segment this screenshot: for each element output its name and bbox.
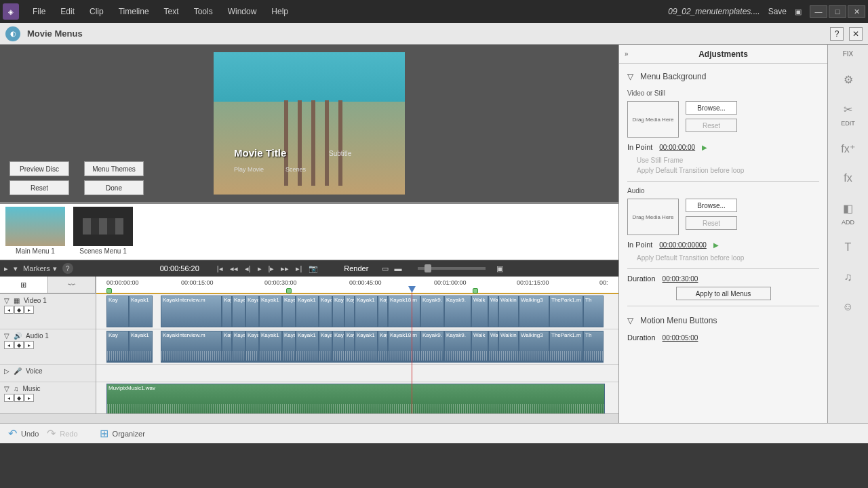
undo-button[interactable]: ↶Undo [8,427,39,440]
clip[interactable]: Kayak [245,331,259,363]
snapshot-icon[interactable]: 📷 [309,264,318,273]
step-fwd-icon[interactable]: ▸▸ [281,264,289,273]
menu-timeline[interactable]: Timeline [112,3,156,20]
menu-text[interactable]: Text [157,3,186,20]
clip[interactable]: Th [583,296,604,327]
video-drop-zone[interactable]: Drag Media Here [627,101,679,138]
clip[interactable]: KayakInterview.m [161,331,222,363]
collapse-icon[interactable]: ▾ [14,264,18,273]
clip[interactable]: Kayak [245,296,259,327]
titles-tab[interactable]: T [836,239,861,256]
clip[interactable]: MuvipixMusic1.wav [106,384,605,413]
tools-tab[interactable]: ✂EDIT [836,101,861,127]
duration-value[interactable]: 00:00:30:00 [663,275,698,283]
safe-margins-icon[interactable]: ▭ [382,264,389,273]
clip[interactable]: KayakInterview.m [161,296,222,327]
clip[interactable]: Kayak1 [259,331,282,363]
clip[interactable]: Walking3 [519,296,549,327]
clip[interactable]: Kayak1 [129,296,153,327]
frame-fwd-icon[interactable]: |▸ [269,264,275,273]
browse-audio-button[interactable]: Browse... [686,199,737,212]
timeline-view-icon[interactable]: ⊞ [0,277,48,293]
redo-button[interactable]: ↷Redo [47,427,77,440]
clip[interactable]: Kayak18.m [388,331,420,363]
close-panel-icon[interactable]: ✕ [849,27,863,41]
menu-subtitle-text[interactable]: Subtitle [329,150,351,157]
fullscreen-icon[interactable]: ▣ [795,7,802,16]
menu-help[interactable]: Help [264,3,295,20]
help-icon[interactable]: ? [830,27,844,41]
track-voice[interactable] [96,365,618,382]
reset-audio-button[interactable]: Reset [686,216,737,230]
menu-scenes[interactable]: Scenes [285,166,306,173]
clip[interactable]: Kayak1 [355,331,378,363]
fix-tab[interactable]: FIX [843,50,854,58]
clip[interactable]: Kaya [332,331,344,363]
clip[interactable]: Th [583,331,604,363]
clip[interactable]: Kayak9. [444,331,471,363]
playhead[interactable] [412,289,412,413]
transitions-tab[interactable]: ◧ADD [836,200,861,226]
apply-all-menus-button[interactable]: Apply to all Menus [676,287,771,300]
fx-tab[interactable]: fx [836,170,861,186]
sceneline-view-icon[interactable]: 〰 [48,277,96,293]
clip[interactable]: Kayak9. [444,296,471,327]
step-back-icon[interactable]: ◂◂ [230,264,238,273]
markers-dropdown[interactable]: Markers▾ [23,264,57,273]
clip[interactable]: Kayak [232,296,245,327]
track-header-music[interactable]: ▽♫Music ◂◆▸ [0,382,96,413]
clip[interactable]: Walk [471,331,488,363]
menu-window[interactable]: Window [221,3,264,20]
current-timecode[interactable]: 00:00:56:20 [160,264,199,272]
clip[interactable]: Wa [488,331,498,363]
collapse-icon[interactable]: ▽ [627,72,633,81]
frame-back-icon[interactable]: ◂| [245,264,251,273]
timeline-help-icon[interactable]: ? [62,263,73,274]
track-music[interactable]: MuvipixMusic1.wav [96,382,618,413]
menu-play-movie[interactable]: Play Movie [234,166,264,173]
horizontal-scrollbar[interactable] [0,413,618,423]
goto-end-icon[interactable]: ▸| [296,264,302,273]
clip[interactable]: Kay [378,331,388,363]
music-tab[interactable]: ♫ [836,269,861,285]
minimize-icon[interactable]: — [810,5,827,18]
clip[interactable]: Kayak18.m [388,296,420,327]
effects-tab[interactable]: fx⁺ [836,140,861,157]
marker[interactable] [286,288,292,293]
clip[interactable]: ThePark1.m [549,296,583,327]
graphics-tab[interactable]: ☺ [836,299,861,315]
menu-tools[interactable]: Tools [187,3,220,20]
expand-icon[interactable]: ▸ [4,264,8,273]
organizer-button[interactable]: ⊞Organizer [100,427,145,440]
menu-clip[interactable]: Clip [83,3,111,20]
menu-file[interactable]: File [26,3,52,20]
track-header-voice[interactable]: ▷🎤Voice [0,365,96,382]
menu-themes-button[interactable]: Menu Themes [84,161,144,176]
render-button[interactable]: Render [344,264,368,272]
clip[interactable]: Kaya [282,296,296,327]
menu-preview-frame[interactable]: Movie Title Subtitle Play Movie Scenes [214,52,405,195]
clip[interactable]: Kay [344,296,355,327]
track-header-audio1[interactable]: ▽🔊Audio 1 ◂◆▸ [0,329,96,365]
clip[interactable]: Kaya [319,331,332,363]
collapse-icon[interactable]: ▽ [627,316,633,325]
clip[interactable]: Kayak1 [129,331,153,363]
clip[interactable]: Walk [471,296,488,327]
clip[interactable]: Kayak1 [259,296,282,327]
fullscreen-timeline-icon[interactable]: ▣ [496,264,503,273]
in-point-value[interactable]: 00:00:00:00 [659,144,695,151]
panel-collapse-icon[interactable]: » [625,50,629,58]
browse-video-button[interactable]: Browse... [686,101,737,115]
clip[interactable]: Kaya [319,296,332,327]
clip[interactable]: Kay [378,296,388,327]
clip[interactable]: ThePark1.m [549,331,583,363]
time-ruler[interactable]: 00:00:00:00 00:00:15:00 00:00:30:00 00:0… [96,277,618,294]
clip[interactable]: Kayak [232,331,245,363]
view-mode-icon[interactable]: ▬ [394,264,401,272]
clip[interactable]: Kayak9. [420,296,444,327]
close-window-icon[interactable]: ✕ [848,5,865,18]
track-header-video1[interactable]: ▽▦Video 1 ◂◆▸ [0,294,96,329]
track-audio1[interactable]: KayKayak1KayakInterview.mKayKayakKayakKa… [96,329,618,365]
save-button[interactable]: Save [768,7,787,16]
maximize-icon[interactable]: □ [829,5,846,18]
